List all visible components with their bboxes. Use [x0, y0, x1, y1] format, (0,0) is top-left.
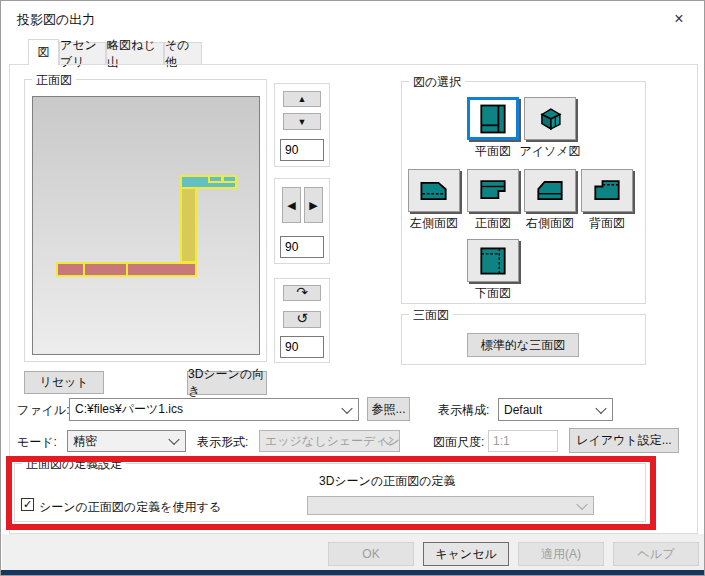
preview-top-notch-1 — [208, 175, 223, 183]
chevron-down-icon — [595, 402, 606, 413]
apply-button: 適用(A) — [518, 542, 604, 566]
right-arrow-icon: ▶ — [309, 199, 317, 212]
use-scene-front-definition-label: シーンの正面図の定義を使用する — [39, 499, 221, 516]
turn-right-button[interactable]: ▶ — [304, 187, 323, 223]
dialog-title: 投影図の出力 — [17, 11, 95, 29]
scene-front-definition-combo-label: 3Dシーンの正面図の定義 — [319, 473, 455, 490]
mode-combobox[interactable]: 精密 — [67, 430, 186, 452]
chevron-down-icon — [168, 434, 179, 445]
file-combobox[interactable]: C:¥files¥パーツ1.ics — [69, 398, 359, 421]
chevron-down-icon — [576, 498, 587, 509]
rotate-ccw-button[interactable]: ↺ — [283, 311, 321, 328]
isometric-view-icon — [531, 101, 569, 137]
display-style-label: 表示形式: — [197, 434, 248, 451]
rotate-cw-icon: ↷ — [296, 284, 308, 300]
back-view-icon — [588, 173, 626, 209]
down-arrow-icon: ▼ — [298, 117, 307, 127]
chevron-down-icon — [341, 402, 352, 413]
view-label-right-side: 右側面図 — [518, 215, 582, 232]
view-label-bottom: 下面図 — [461, 285, 525, 302]
preview-bottom-seg-3 — [126, 262, 197, 277]
turn-angle-input[interactable] — [280, 236, 324, 258]
drawing-scale-label: 図面尺度: — [433, 434, 484, 451]
bottom-navy-bar — [1, 570, 705, 576]
tilt-down-button[interactable]: ▼ — [283, 113, 321, 130]
display-style-value: エッジなしシェーディング — [265, 433, 400, 450]
roll-angle-input[interactable] — [280, 336, 324, 358]
preview-bottom-seg-1 — [56, 262, 85, 277]
rotate-cw-button[interactable]: ↷ — [283, 285, 321, 301]
up-arrow-icon: ▲ — [298, 94, 307, 104]
layout-settings-button[interactable]: レイアウト設定... — [569, 428, 679, 453]
tab-schematic-thread[interactable]: 略図ねじ山 — [106, 42, 164, 64]
view-label-left-side: 左側面図 — [402, 215, 466, 232]
right-side-view-icon — [531, 173, 569, 209]
use-scene-front-definition-checkbox[interactable]: ✓ — [21, 498, 34, 511]
display-config-combobox[interactable]: Default — [498, 398, 613, 421]
tab-other[interactable]: その他 — [164, 42, 202, 64]
view-select-group-label: 図の選択 — [409, 74, 465, 91]
view-button-front[interactable] — [467, 169, 519, 212]
standard-three-view-button[interactable]: 標準的な三面図 — [467, 333, 579, 357]
view-button-back[interactable] — [581, 169, 633, 212]
scene-front-definition-combobox — [307, 496, 594, 515]
view-button-left-side[interactable] — [408, 169, 460, 212]
front-view-icon — [474, 173, 512, 209]
preview-top-notch-2 — [222, 175, 237, 183]
view-label-plan: 平面図 — [461, 143, 525, 160]
front-view-group-label: 正面図 — [32, 72, 76, 89]
view-button-plan[interactable] — [467, 97, 519, 140]
check-icon: ✓ — [23, 499, 32, 510]
view-button-isometric[interactable] — [524, 97, 576, 140]
front-view-preview[interactable] — [32, 96, 260, 355]
turn-left-button[interactable]: ◀ — [282, 187, 301, 223]
drawing-scale-input — [488, 430, 558, 452]
cancel-button[interactable]: キャンセル — [423, 542, 509, 566]
view-label-isometric: アイソメ図 — [518, 143, 582, 160]
ok-button: OK — [328, 542, 414, 566]
tab-view[interactable]: 図 — [28, 39, 59, 65]
left-arrow-icon: ◀ — [287, 199, 295, 212]
tab-assembly[interactable]: アセンブリ — [59, 42, 106, 64]
preview-bottom-seg-2 — [83, 262, 128, 277]
view-label-front: 正面図 — [461, 215, 525, 232]
browse-button[interactable]: 参照... — [367, 397, 410, 421]
scene-orientation-button[interactable]: 3Dシーンの向き — [187, 371, 267, 395]
plan-view-icon — [474, 101, 512, 137]
front-definition-group-label: 正面図の定義設定 — [22, 456, 126, 473]
help-button: ヘルプ — [613, 542, 699, 566]
view-button-bottom[interactable] — [467, 239, 519, 282]
bottom-view-icon — [474, 243, 512, 279]
reset-button[interactable]: リセット — [24, 371, 104, 394]
tilt-up-button[interactable]: ▲ — [283, 91, 321, 107]
view-button-right-side[interactable] — [524, 169, 576, 212]
three-view-group-label: 三面図 — [409, 307, 453, 324]
mode-value: 精密 — [73, 433, 97, 450]
close-icon[interactable]: × — [663, 5, 695, 33]
left-side-view-icon — [415, 173, 453, 209]
mode-label: モード: — [17, 434, 57, 451]
tilt-angle-input[interactable] — [280, 139, 324, 161]
display-style-combobox: エッジなしシェーディング — [259, 430, 400, 452]
projection-output-dialog: 投影図の出力 × 図 アセンブリ 略図ねじ山 その他 正面図 ▲ ▼ ◀ ▶ ↷… — [0, 0, 705, 576]
rotate-ccw-icon: ↺ — [296, 310, 308, 326]
view-label-back: 背面図 — [575, 215, 639, 232]
file-label: ファイル: — [17, 402, 69, 419]
display-config-label: 表示構成: — [438, 402, 489, 419]
preview-vertical-bar — [180, 187, 197, 263]
display-config-value: Default — [504, 403, 542, 417]
file-combobox-value: C:¥files¥パーツ1.ics — [75, 401, 183, 418]
